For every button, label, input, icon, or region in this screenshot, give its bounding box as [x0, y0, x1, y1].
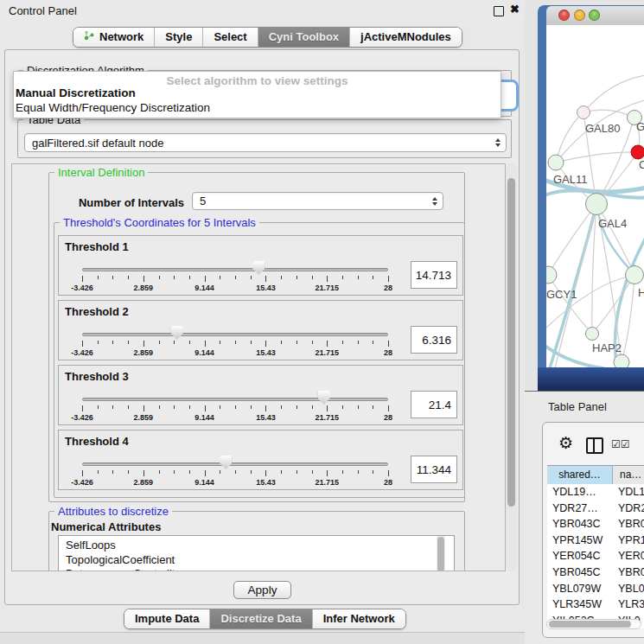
tab-infer-network[interactable]: Infer Network	[313, 609, 405, 628]
tick-mark	[205, 470, 206, 476]
tab-style[interactable]: Style	[155, 28, 203, 47]
control-panel: Control Panel ✖ NetworkStyleSelectCyni T…	[0, 0, 525, 644]
network-node-h[interactable]	[626, 266, 644, 284]
tab-cyni-toolbox[interactable]: Cyni Toolbox	[258, 28, 350, 47]
network-icon	[84, 28, 95, 47]
tab-network[interactable]: Network	[73, 28, 155, 47]
close-icon[interactable]: ✖	[510, 3, 520, 16]
tick-label: -3.426	[54, 478, 110, 487]
attribute-list-item[interactable]: BetweennessCentrality	[66, 567, 454, 571]
num-intervals-combobox[interactable]: 5	[192, 192, 443, 210]
network-node-gal11[interactable]	[548, 155, 564, 170]
tab-label: Style	[165, 28, 192, 47]
tick-mark	[220, 276, 220, 279]
tab-discretize-data[interactable]: Discretize Data	[210, 609, 312, 628]
scrollbar-thumb[interactable]	[437, 537, 444, 571]
threshold-value-field[interactable]: 21.4	[411, 391, 457, 418]
dropdown-item[interactable]: Equal Width/Frequency Discretization	[16, 101, 210, 114]
tab-label: jActiveMNodules	[360, 28, 451, 47]
slider-track[interactable]	[82, 462, 388, 466]
tick-label: 21.715	[299, 478, 354, 487]
scrollbar-thumb[interactable]	[507, 178, 515, 507]
attribute-list-item[interactable]: TopologicalCoefficient	[66, 553, 454, 568]
tick-mark	[327, 405, 328, 411]
table-row[interactable]: YPR145WYPR1	[547, 532, 644, 549]
threshold-box: Threshold 2-3.4262.8599.14415.4321.71528…	[58, 300, 463, 360]
control-panel-titlebar: Control Panel ✖	[0, 0, 525, 22]
network-node-hap2[interactable]	[586, 328, 599, 341]
cell-shared-name: YBR043C	[552, 516, 601, 532]
tick-mark	[189, 470, 190, 474]
network-window-titlebar[interactable]	[546, 6, 644, 26]
column-header-shared[interactable]: shared…	[547, 466, 613, 484]
vertical-scrollbar[interactable]	[506, 163, 517, 571]
column-layout-icon[interactable]	[586, 437, 603, 454]
settings-viewport: Interval Definition Number of Intervals …	[11, 163, 506, 571]
cell-name: YBR0	[618, 516, 644, 532]
table-row[interactable]: YBR043CYBR0	[547, 516, 644, 532]
horizontal-scrollbar[interactable]	[546, 619, 641, 629]
slider-handle[interactable]	[220, 456, 232, 469]
node-label: GA	[636, 120, 644, 133]
group-title: Threshold's Coordinates for 5 Intervals	[60, 216, 259, 229]
network-node-gal80[interactable]	[577, 106, 590, 119]
tick-mark	[388, 276, 389, 282]
column-header-name[interactable]: na…	[613, 466, 644, 484]
network-node-gal4[interactable]	[586, 194, 608, 215]
slider-track[interactable]	[82, 268, 388, 271]
threshold-box: Threshold 1-3.4262.8599.14415.4321.71528…	[58, 235, 463, 296]
combobox-value: 5	[200, 194, 425, 207]
tick-mark	[128, 405, 129, 409]
tab-impute-data[interactable]: Impute Data	[124, 609, 210, 628]
tab-jactivemnodules[interactable]: jActiveMNodules	[350, 28, 462, 47]
minimize-button[interactable]	[574, 10, 585, 21]
tick-mark	[358, 470, 359, 474]
tick-mark	[358, 341, 359, 344]
zoom-button[interactable]	[589, 10, 600, 21]
tick-mark	[235, 341, 236, 344]
table-row[interactable]: YDR27…YDR2	[547, 501, 644, 517]
table-data-combobox[interactable]: galFiltered.sif default node	[24, 133, 507, 152]
table-row[interactable]: YER054CYER0	[547, 548, 644, 564]
network-canvas[interactable]: GAL80GACGAL11GAL4GCY1HHAP2	[546, 25, 644, 367]
table-row[interactable]: YBR045CYBR0	[547, 564, 644, 581]
scrollbar-thumb[interactable]	[549, 621, 631, 628]
tick-mark	[342, 405, 343, 409]
tick-mark	[220, 341, 220, 344]
slider-handle[interactable]	[318, 391, 330, 405]
tick-mark	[251, 341, 252, 344]
network-node[interactable]	[614, 354, 629, 367]
slider-handle[interactable]	[171, 326, 183, 340]
tick-mark	[235, 470, 236, 474]
table-panel: ⚙ ☑☑ shared… na… YDL19…YDL1YDR27…YDR2YBR…	[542, 422, 644, 638]
threshold-value-field[interactable]: 6.316	[411, 326, 457, 354]
tab-select[interactable]: Select	[203, 28, 258, 47]
apply-button[interactable]: Apply	[233, 581, 291, 599]
attribute-list-item[interactable]: SelfLoops	[66, 539, 454, 553]
gear-icon[interactable]: ⚙	[558, 433, 573, 453]
attributes-list-scrollbar[interactable]	[437, 536, 445, 571]
group-title: Interval Definition	[54, 166, 148, 179]
tab-content-panel: Discretization Algorithm Table Data galF…	[4, 49, 520, 605]
network-node-c[interactable]	[631, 145, 644, 159]
network-node-gcy1[interactable]	[546, 266, 557, 284]
dropdown-item[interactable]: Manual Discretization	[16, 86, 136, 99]
tick-label: 15.43	[238, 413, 293, 422]
slider-track[interactable]	[82, 333, 388, 336]
slider-track[interactable]	[82, 398, 388, 401]
close-button[interactable]	[558, 10, 570, 21]
panel-title: Control Panel	[9, 4, 77, 17]
threshold-value-field[interactable]: 14.713	[411, 261, 457, 289]
table-row[interactable]: YDL19…YDL1	[547, 484, 644, 501]
tick-mark	[82, 405, 83, 411]
attributes-list[interactable]: SelfLoopsTopologicalCoefficientBetweenne…	[58, 535, 455, 571]
node-label: GAL11	[553, 173, 588, 186]
slider-handle[interactable]	[252, 261, 265, 275]
tick-mark	[296, 341, 297, 344]
checkbox-icons[interactable]: ☑☑	[611, 438, 630, 450]
threshold-value-field[interactable]: 11.344	[411, 456, 457, 483]
table-row[interactable]: YBL079WYBL0	[547, 581, 644, 597]
tick-mark	[205, 276, 206, 282]
table-row[interactable]: YLR345WYLR3	[547, 596, 644, 613]
float-window-icon[interactable]	[494, 6, 504, 16]
